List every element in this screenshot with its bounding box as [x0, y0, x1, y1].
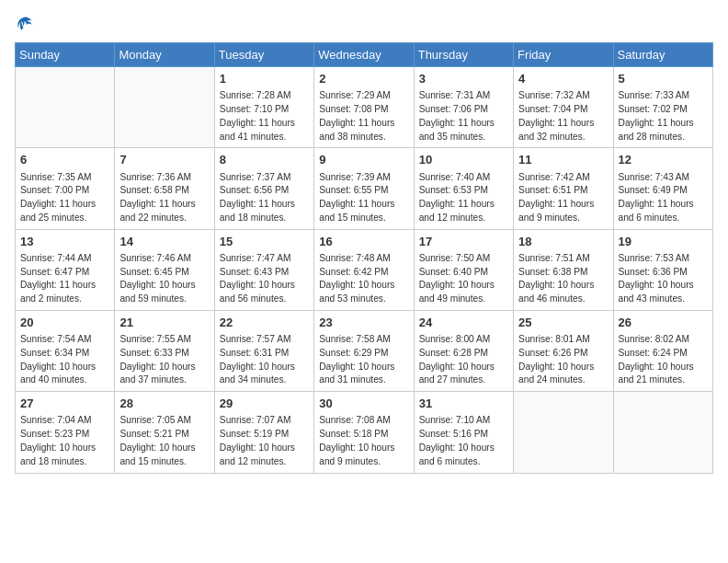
day-info: Sunrise: 7:42 AM Sunset: 6:51 PM Dayligh…	[518, 171, 608, 225]
day-number: 15	[220, 234, 309, 250]
day-number: 31	[419, 396, 508, 412]
day-info: Sunrise: 7:54 AM Sunset: 6:34 PM Dayligh…	[20, 333, 109, 387]
day-number: 2	[319, 71, 408, 87]
calendar-cell: 21Sunrise: 7:55 AM Sunset: 6:33 PM Dayli…	[115, 310, 214, 391]
day-number: 20	[20, 315, 109, 331]
calendar-cell: 30Sunrise: 7:08 AM Sunset: 5:18 PM Dayli…	[314, 392, 414, 473]
day-info: Sunrise: 7:10 AM Sunset: 5:16 PM Dayligh…	[419, 414, 508, 468]
day-number: 12	[619, 152, 708, 168]
day-info: Sunrise: 7:50 AM Sunset: 6:40 PM Dayligh…	[419, 252, 508, 306]
calendar-week-row: 1Sunrise: 7:28 AM Sunset: 7:10 PM Daylig…	[16, 67, 713, 148]
day-info: Sunrise: 7:44 AM Sunset: 6:47 PM Dayligh…	[20, 252, 109, 306]
calendar-cell: 20Sunrise: 7:54 AM Sunset: 6:34 PM Dayli…	[16, 310, 115, 391]
calendar-table: SundayMondayTuesdayWednesdayThursdayFrid…	[15, 42, 713, 474]
column-header-tuesday: Tuesday	[214, 43, 313, 67]
day-number: 1	[220, 71, 309, 87]
day-number: 29	[220, 396, 309, 412]
calendar-cell: 11Sunrise: 7:42 AM Sunset: 6:51 PM Dayli…	[514, 148, 613, 229]
page-header	[15, 15, 713, 33]
calendar-week-row: 6Sunrise: 7:35 AM Sunset: 7:00 PM Daylig…	[16, 148, 713, 229]
day-number: 6	[20, 152, 109, 168]
day-info: Sunrise: 7:36 AM Sunset: 6:58 PM Dayligh…	[119, 171, 209, 225]
day-info: Sunrise: 7:39 AM Sunset: 6:55 PM Dayligh…	[319, 171, 408, 225]
calendar-cell: 27Sunrise: 7:04 AM Sunset: 5:23 PM Dayli…	[16, 392, 115, 473]
calendar-cell: 29Sunrise: 7:07 AM Sunset: 5:19 PM Dayli…	[214, 392, 313, 473]
day-number: 10	[419, 152, 508, 168]
day-info: Sunrise: 7:40 AM Sunset: 6:53 PM Dayligh…	[419, 171, 508, 225]
calendar-cell	[115, 67, 214, 148]
day-info: Sunrise: 7:04 AM Sunset: 5:23 PM Dayligh…	[20, 414, 109, 468]
calendar-cell: 24Sunrise: 8:00 AM Sunset: 6:28 PM Dayli…	[414, 310, 513, 391]
column-header-sunday: Sunday	[16, 43, 115, 67]
day-number: 3	[419, 71, 508, 87]
calendar-cell: 25Sunrise: 8:01 AM Sunset: 6:26 PM Dayli…	[514, 310, 613, 391]
day-info: Sunrise: 8:00 AM Sunset: 6:28 PM Dayligh…	[419, 333, 508, 387]
day-info: Sunrise: 7:05 AM Sunset: 5:21 PM Dayligh…	[119, 414, 209, 468]
day-info: Sunrise: 7:28 AM Sunset: 7:10 PM Dayligh…	[220, 89, 309, 144]
day-info: Sunrise: 7:37 AM Sunset: 6:56 PM Dayligh…	[220, 171, 309, 225]
day-info: Sunrise: 7:35 AM Sunset: 7:00 PM Dayligh…	[20, 171, 109, 225]
day-number: 5	[619, 71, 708, 87]
day-info: Sunrise: 8:02 AM Sunset: 6:24 PM Dayligh…	[619, 333, 708, 387]
calendar-cell: 4Sunrise: 7:32 AM Sunset: 7:04 PM Daylig…	[514, 67, 613, 148]
day-number: 17	[419, 234, 508, 250]
calendar-cell: 2Sunrise: 7:29 AM Sunset: 7:08 PM Daylig…	[314, 67, 414, 148]
calendar-cell: 1Sunrise: 7:28 AM Sunset: 7:10 PM Daylig…	[214, 67, 313, 148]
column-header-thursday: Thursday	[414, 43, 513, 67]
calendar-week-row: 20Sunrise: 7:54 AM Sunset: 6:34 PM Dayli…	[16, 310, 713, 391]
day-number: 8	[220, 152, 309, 168]
calendar-cell: 15Sunrise: 7:47 AM Sunset: 6:43 PM Dayli…	[214, 229, 313, 310]
day-number: 7	[119, 152, 209, 168]
day-number: 14	[119, 234, 209, 250]
day-number: 11	[518, 152, 608, 168]
column-header-wednesday: Wednesday	[314, 43, 414, 67]
calendar-cell: 22Sunrise: 7:57 AM Sunset: 6:31 PM Dayli…	[214, 310, 313, 391]
day-info: Sunrise: 7:07 AM Sunset: 5:19 PM Dayligh…	[220, 414, 309, 468]
calendar-cell: 31Sunrise: 7:10 AM Sunset: 5:16 PM Dayli…	[414, 392, 513, 473]
calendar-cell: 19Sunrise: 7:53 AM Sunset: 6:36 PM Dayli…	[613, 229, 712, 310]
day-number: 19	[619, 234, 708, 250]
calendar-cell: 13Sunrise: 7:44 AM Sunset: 6:47 PM Dayli…	[16, 229, 115, 310]
logo	[15, 15, 35, 33]
day-number: 25	[518, 315, 608, 331]
day-info: Sunrise: 7:31 AM Sunset: 7:06 PM Dayligh…	[419, 89, 508, 144]
calendar-cell: 18Sunrise: 7:51 AM Sunset: 6:38 PM Dayli…	[514, 229, 613, 310]
calendar-cell: 28Sunrise: 7:05 AM Sunset: 5:21 PM Dayli…	[115, 392, 214, 473]
day-number: 27	[20, 396, 109, 412]
day-info: Sunrise: 7:51 AM Sunset: 6:38 PM Dayligh…	[518, 252, 608, 306]
day-info: Sunrise: 7:33 AM Sunset: 7:02 PM Dayligh…	[619, 89, 708, 144]
calendar-cell: 10Sunrise: 7:40 AM Sunset: 6:53 PM Dayli…	[414, 148, 513, 229]
calendar-cell	[16, 67, 115, 148]
calendar-cell: 16Sunrise: 7:48 AM Sunset: 6:42 PM Dayli…	[314, 229, 414, 310]
day-info: Sunrise: 8:01 AM Sunset: 6:26 PM Dayligh…	[518, 333, 608, 387]
calendar-cell: 26Sunrise: 8:02 AM Sunset: 6:24 PM Dayli…	[613, 310, 712, 391]
calendar-cell: 5Sunrise: 7:33 AM Sunset: 7:02 PM Daylig…	[613, 67, 712, 148]
day-info: Sunrise: 7:53 AM Sunset: 6:36 PM Dayligh…	[619, 252, 708, 306]
day-number: 24	[419, 315, 508, 331]
day-number: 22	[220, 315, 309, 331]
calendar-cell	[613, 392, 712, 473]
calendar-cell: 7Sunrise: 7:36 AM Sunset: 6:58 PM Daylig…	[115, 148, 214, 229]
calendar-cell: 3Sunrise: 7:31 AM Sunset: 7:06 PM Daylig…	[414, 67, 513, 148]
calendar-header-row: SundayMondayTuesdayWednesdayThursdayFrid…	[16, 43, 713, 67]
day-number: 30	[319, 396, 408, 412]
day-number: 18	[518, 234, 608, 250]
day-info: Sunrise: 7:32 AM Sunset: 7:04 PM Dayligh…	[518, 89, 608, 144]
calendar-week-row: 13Sunrise: 7:44 AM Sunset: 6:47 PM Dayli…	[16, 229, 713, 310]
column-header-saturday: Saturday	[613, 43, 712, 67]
day-info: Sunrise: 7:55 AM Sunset: 6:33 PM Dayligh…	[119, 333, 209, 387]
calendar-cell: 6Sunrise: 7:35 AM Sunset: 7:00 PM Daylig…	[16, 148, 115, 229]
day-number: 13	[20, 234, 109, 250]
day-number: 9	[319, 152, 408, 168]
day-info: Sunrise: 7:08 AM Sunset: 5:18 PM Dayligh…	[319, 414, 408, 468]
day-info: Sunrise: 7:46 AM Sunset: 6:45 PM Dayligh…	[119, 252, 209, 306]
calendar-cell	[514, 392, 613, 473]
day-info: Sunrise: 7:43 AM Sunset: 6:49 PM Dayligh…	[619, 171, 708, 225]
calendar-cell: 9Sunrise: 7:39 AM Sunset: 6:55 PM Daylig…	[314, 148, 414, 229]
day-number: 23	[319, 315, 408, 331]
day-info: Sunrise: 7:48 AM Sunset: 6:42 PM Dayligh…	[319, 252, 408, 306]
calendar-cell: 14Sunrise: 7:46 AM Sunset: 6:45 PM Dayli…	[115, 229, 214, 310]
day-info: Sunrise: 7:47 AM Sunset: 6:43 PM Dayligh…	[220, 252, 309, 306]
column-header-friday: Friday	[514, 43, 613, 67]
day-number: 26	[619, 315, 708, 331]
